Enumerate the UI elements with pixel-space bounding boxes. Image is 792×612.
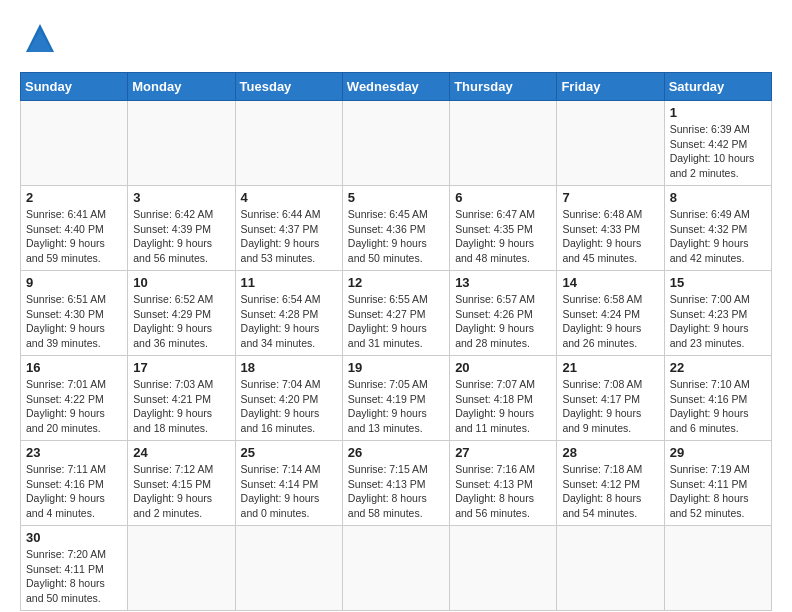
day-info: Sunrise: 7:11 AM Sunset: 4:16 PM Dayligh… <box>26 462 122 521</box>
calendar-cell: 11Sunrise: 6:54 AM Sunset: 4:28 PM Dayli… <box>235 271 342 356</box>
day-info: Sunrise: 7:05 AM Sunset: 4:19 PM Dayligh… <box>348 377 444 436</box>
calendar-cell <box>21 101 128 186</box>
day-number: 19 <box>348 360 444 375</box>
week-row-6: 30Sunrise: 7:20 AM Sunset: 4:11 PM Dayli… <box>21 526 772 611</box>
day-header-wednesday: Wednesday <box>342 73 449 101</box>
day-number: 21 <box>562 360 658 375</box>
day-header-saturday: Saturday <box>664 73 771 101</box>
day-number: 28 <box>562 445 658 460</box>
calendar-cell <box>557 526 664 611</box>
day-info: Sunrise: 6:44 AM Sunset: 4:37 PM Dayligh… <box>241 207 337 266</box>
calendar-cell: 22Sunrise: 7:10 AM Sunset: 4:16 PM Dayli… <box>664 356 771 441</box>
day-info: Sunrise: 6:58 AM Sunset: 4:24 PM Dayligh… <box>562 292 658 351</box>
calendar-cell: 4Sunrise: 6:44 AM Sunset: 4:37 PM Daylig… <box>235 186 342 271</box>
calendar-cell: 2Sunrise: 6:41 AM Sunset: 4:40 PM Daylig… <box>21 186 128 271</box>
day-number: 15 <box>670 275 766 290</box>
week-row-2: 2Sunrise: 6:41 AM Sunset: 4:40 PM Daylig… <box>21 186 772 271</box>
calendar-cell <box>235 101 342 186</box>
day-number: 14 <box>562 275 658 290</box>
calendar-cell <box>557 101 664 186</box>
day-number: 27 <box>455 445 551 460</box>
calendar-cell: 12Sunrise: 6:55 AM Sunset: 4:27 PM Dayli… <box>342 271 449 356</box>
day-number: 23 <box>26 445 122 460</box>
day-info: Sunrise: 6:48 AM Sunset: 4:33 PM Dayligh… <box>562 207 658 266</box>
day-info: Sunrise: 7:19 AM Sunset: 4:11 PM Dayligh… <box>670 462 766 521</box>
calendar-cell <box>128 101 235 186</box>
calendar-cell <box>128 526 235 611</box>
calendar-cell: 29Sunrise: 7:19 AM Sunset: 4:11 PM Dayli… <box>664 441 771 526</box>
week-row-5: 23Sunrise: 7:11 AM Sunset: 4:16 PM Dayli… <box>21 441 772 526</box>
logo <box>20 20 54 56</box>
day-header-tuesday: Tuesday <box>235 73 342 101</box>
day-info: Sunrise: 6:47 AM Sunset: 4:35 PM Dayligh… <box>455 207 551 266</box>
day-info: Sunrise: 6:39 AM Sunset: 4:42 PM Dayligh… <box>670 122 766 181</box>
day-info: Sunrise: 6:57 AM Sunset: 4:26 PM Dayligh… <box>455 292 551 351</box>
day-number: 1 <box>670 105 766 120</box>
day-number: 6 <box>455 190 551 205</box>
day-header-sunday: Sunday <box>21 73 128 101</box>
calendar-cell: 8Sunrise: 6:49 AM Sunset: 4:32 PM Daylig… <box>664 186 771 271</box>
day-info: Sunrise: 7:16 AM Sunset: 4:13 PM Dayligh… <box>455 462 551 521</box>
day-number: 16 <box>26 360 122 375</box>
calendar-cell: 23Sunrise: 7:11 AM Sunset: 4:16 PM Dayli… <box>21 441 128 526</box>
week-row-1: 1Sunrise: 6:39 AM Sunset: 4:42 PM Daylig… <box>21 101 772 186</box>
day-number: 2 <box>26 190 122 205</box>
day-info: Sunrise: 6:55 AM Sunset: 4:27 PM Dayligh… <box>348 292 444 351</box>
calendar-cell: 17Sunrise: 7:03 AM Sunset: 4:21 PM Dayli… <box>128 356 235 441</box>
day-number: 7 <box>562 190 658 205</box>
day-number: 5 <box>348 190 444 205</box>
day-number: 4 <box>241 190 337 205</box>
calendar-cell: 5Sunrise: 6:45 AM Sunset: 4:36 PM Daylig… <box>342 186 449 271</box>
day-number: 17 <box>133 360 229 375</box>
calendar-cell: 18Sunrise: 7:04 AM Sunset: 4:20 PM Dayli… <box>235 356 342 441</box>
day-info: Sunrise: 7:07 AM Sunset: 4:18 PM Dayligh… <box>455 377 551 436</box>
day-info: Sunrise: 7:08 AM Sunset: 4:17 PM Dayligh… <box>562 377 658 436</box>
day-number: 11 <box>241 275 337 290</box>
day-number: 8 <box>670 190 766 205</box>
calendar-cell: 24Sunrise: 7:12 AM Sunset: 4:15 PM Dayli… <box>128 441 235 526</box>
header <box>20 20 772 56</box>
day-header-friday: Friday <box>557 73 664 101</box>
calendar-cell: 13Sunrise: 6:57 AM Sunset: 4:26 PM Dayli… <box>450 271 557 356</box>
day-info: Sunrise: 6:51 AM Sunset: 4:30 PM Dayligh… <box>26 292 122 351</box>
day-info: Sunrise: 7:12 AM Sunset: 4:15 PM Dayligh… <box>133 462 229 521</box>
week-row-3: 9Sunrise: 6:51 AM Sunset: 4:30 PM Daylig… <box>21 271 772 356</box>
day-info: Sunrise: 7:14 AM Sunset: 4:14 PM Dayligh… <box>241 462 337 521</box>
day-header-monday: Monday <box>128 73 235 101</box>
day-info: Sunrise: 7:10 AM Sunset: 4:16 PM Dayligh… <box>670 377 766 436</box>
calendar-cell: 6Sunrise: 6:47 AM Sunset: 4:35 PM Daylig… <box>450 186 557 271</box>
day-number: 20 <box>455 360 551 375</box>
day-info: Sunrise: 7:03 AM Sunset: 4:21 PM Dayligh… <box>133 377 229 436</box>
calendar-cell: 20Sunrise: 7:07 AM Sunset: 4:18 PM Dayli… <box>450 356 557 441</box>
day-info: Sunrise: 6:54 AM Sunset: 4:28 PM Dayligh… <box>241 292 337 351</box>
calendar-cell: 27Sunrise: 7:16 AM Sunset: 4:13 PM Dayli… <box>450 441 557 526</box>
calendar-cell: 25Sunrise: 7:14 AM Sunset: 4:14 PM Dayli… <box>235 441 342 526</box>
week-row-4: 16Sunrise: 7:01 AM Sunset: 4:22 PM Dayli… <box>21 356 772 441</box>
day-number: 22 <box>670 360 766 375</box>
calendar-cell: 7Sunrise: 6:48 AM Sunset: 4:33 PM Daylig… <box>557 186 664 271</box>
calendar-cell: 14Sunrise: 6:58 AM Sunset: 4:24 PM Dayli… <box>557 271 664 356</box>
day-number: 26 <box>348 445 444 460</box>
calendar-cell: 1Sunrise: 6:39 AM Sunset: 4:42 PM Daylig… <box>664 101 771 186</box>
day-info: Sunrise: 6:52 AM Sunset: 4:29 PM Dayligh… <box>133 292 229 351</box>
calendar-cell <box>342 526 449 611</box>
day-info: Sunrise: 6:49 AM Sunset: 4:32 PM Dayligh… <box>670 207 766 266</box>
day-number: 12 <box>348 275 444 290</box>
calendar-cell: 10Sunrise: 6:52 AM Sunset: 4:29 PM Dayli… <box>128 271 235 356</box>
calendar-cell: 28Sunrise: 7:18 AM Sunset: 4:12 PM Dayli… <box>557 441 664 526</box>
day-info: Sunrise: 6:41 AM Sunset: 4:40 PM Dayligh… <box>26 207 122 266</box>
day-number: 13 <box>455 275 551 290</box>
logo-triangle-icon <box>26 24 54 56</box>
day-number: 29 <box>670 445 766 460</box>
calendar-cell <box>342 101 449 186</box>
day-info: Sunrise: 7:18 AM Sunset: 4:12 PM Dayligh… <box>562 462 658 521</box>
calendar-cell: 15Sunrise: 7:00 AM Sunset: 4:23 PM Dayli… <box>664 271 771 356</box>
calendar-cell <box>664 526 771 611</box>
calendar-cell <box>235 526 342 611</box>
day-info: Sunrise: 6:45 AM Sunset: 4:36 PM Dayligh… <box>348 207 444 266</box>
calendar-cell: 21Sunrise: 7:08 AM Sunset: 4:17 PM Dayli… <box>557 356 664 441</box>
day-number: 30 <box>26 530 122 545</box>
day-number: 24 <box>133 445 229 460</box>
calendar-cell <box>450 101 557 186</box>
day-number: 3 <box>133 190 229 205</box>
